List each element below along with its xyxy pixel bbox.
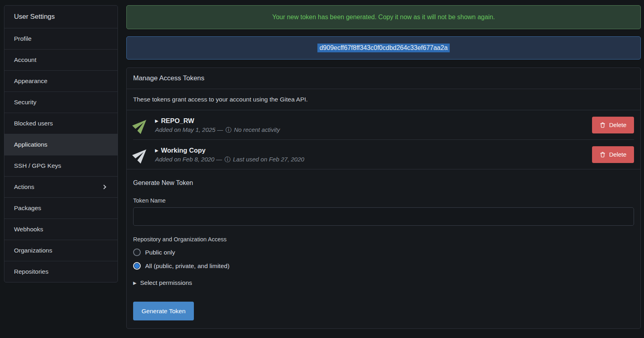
generate-token-section: Generate New Token Token Name Repository… [127,169,640,328]
chevron-right-icon [102,185,106,189]
panel-title: Manage Access Tokens [127,68,640,89]
settings-sidebar: User Settings Profile Account Appearance… [4,5,118,329]
success-message: Your new token has been generated. Copy … [126,5,641,29]
token-name-input[interactable] [133,207,634,226]
token-name-toggle[interactable]: ▶ REPO_RW [155,117,586,125]
token-row: ▶ Working Copy Added on Feb 8, 2020 — ⓘ … [127,140,640,169]
token-meta: Added on Feb 8, 2020 — ⓘ Last used on Fe… [155,156,586,163]
info-icon: ⓘ [225,127,231,133]
token-meta: Added on May 1, 2025 — ⓘ No recent activ… [155,126,586,133]
sidebar-item-ssh-gpg-keys[interactable]: SSH / GPG Keys [4,155,118,176]
sidebar-item-repositories[interactable]: Repositories [4,261,118,282]
access-scope-label: Repository and Organization Access [133,236,634,243]
trash-icon [600,151,606,158]
collapsed-arrow-icon: ▶ [133,280,136,286]
collapsed-arrow-icon: ▶ [155,119,158,123]
sidebar-item-appearance[interactable]: Appearance [4,70,118,91]
sidebar-item-blocked-users[interactable]: Blocked users [4,113,118,134]
settings-menu: User Settings Profile Account Appearance… [4,5,118,282]
token-name: REPO_RW [161,117,194,125]
radio-unchecked-icon[interactable] [133,249,141,256]
success-message-text: Your new token has been generated. Copy … [272,14,495,21]
info-icon: ⓘ [225,156,231,162]
trash-icon [600,122,606,128]
delete-token-button[interactable]: Delete [592,146,634,163]
generate-token-button[interactable]: Generate Token [133,302,194,320]
radio-public-only[interactable]: Public only [133,249,634,256]
token-name-toggle[interactable]: ▶ Working Copy [155,147,586,154]
new-token-value[interactable]: d909ecff67f8ff343c0f0cdbd264c33ef677aa2a [317,44,450,52]
main-content: Your new token has been generated. Copy … [126,5,641,329]
token-name: Working Copy [161,147,206,154]
token-name-label: Token Name [133,197,634,204]
token-row: ▶ REPO_RW Added on May 1, 2025 — ⓘ No re… [127,110,640,139]
select-permissions-toggle[interactable]: ▶ Select permissions [133,279,634,286]
paper-plane-icon [130,113,153,136]
radio-checked-icon[interactable] [133,262,141,270]
sidebar-item-packages[interactable]: Packages [4,197,118,219]
page: User Settings Profile Account Appearance… [0,0,644,329]
sidebar-item-webhooks[interactable]: Webhooks [4,219,118,240]
sidebar-item-profile[interactable]: Profile [4,28,118,49]
form-title: Generate New Token [133,179,634,187]
radio-all-access[interactable]: All (public, private, and limited) [133,262,634,270]
sidebar-item-applications[interactable]: Applications [4,134,118,155]
sidebar-item-actions[interactable]: Actions [4,176,118,197]
paper-plane-icon [130,143,153,166]
access-tokens-panel: Manage Access Tokens These tokens grant … [126,68,641,329]
new-token-box[interactable]: d909ecff67f8ff343c0f0cdbd264c33ef677aa2a [126,36,641,60]
sidebar-item-security[interactable]: Security [4,91,118,113]
sidebar-item-account[interactable]: Account [4,49,118,70]
sidebar-item-organizations[interactable]: Organizations [4,240,118,261]
panel-description: These tokens grant access to your accoun… [127,89,640,110]
collapsed-arrow-icon: ▶ [155,148,158,153]
sidebar-title: User Settings [4,6,118,28]
delete-token-button[interactable]: Delete [592,117,634,133]
